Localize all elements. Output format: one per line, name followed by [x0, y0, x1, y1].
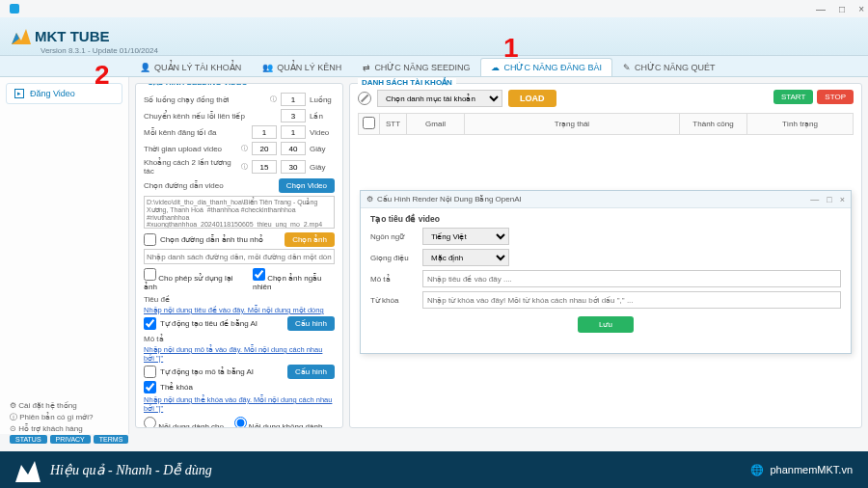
support-link[interactable]: ⊙ Hỗ trợ khách hàng: [10, 424, 128, 433]
info-icon: ⓘ: [241, 144, 248, 153]
version-label: Version 8.3.1 - Update 01/10/2024: [41, 46, 158, 55]
upload-time-min[interactable]: [252, 142, 277, 155]
ai-title-checkbox[interactable]: [144, 317, 156, 330]
main-tabs: 👤QUẢN LÝ TÀI KHOẢN 👥QUẢN LÝ KÊNH ⇄CHỨC N…: [0, 56, 868, 77]
modal-section-title: Tạo tiêu đề video: [370, 214, 841, 224]
tab-scrape[interactable]: ✎CHỨC NĂNG QUÉT: [612, 58, 726, 76]
terms-pill[interactable]: TERMS: [94, 435, 129, 444]
globe-icon: 🌐: [750, 464, 764, 476]
category-select[interactable]: Chọn danh mục tài khoản: [377, 90, 502, 107]
upload-time-max[interactable]: [281, 142, 306, 155]
not-kids-radio[interactable]: [234, 417, 247, 428]
whatsnew-link[interactable]: ⓘ Phiên bản có gì mới?: [10, 412, 128, 422]
random-img-checkbox[interactable]: [253, 268, 265, 281]
reuse-img-checkbox[interactable]: [144, 268, 156, 281]
max-video-max[interactable]: [281, 125, 306, 139]
openai-config-modal: ⚙Cấu Hình Render Nội Dung Bằng OpenAI — …: [360, 190, 852, 354]
retry-input[interactable]: [281, 109, 306, 122]
annotation-2: 2: [95, 60, 110, 91]
annotation-1: 1: [503, 33, 519, 64]
thumb-list-input[interactable]: [144, 249, 335, 264]
max-video-min[interactable]: [252, 125, 277, 139]
footer: Hiệu quả - Nhanh - Dễ dùng 🌐 phanmemMKT.…: [0, 451, 868, 488]
privacy-pill[interactable]: PRIVACY: [50, 435, 91, 444]
forbidden-icon: [358, 92, 371, 105]
app-logo: MKT TUBE: [12, 28, 110, 44]
info-icon: ⓘ: [270, 95, 277, 104]
info-icon: ⓘ: [241, 162, 248, 172]
gap-max[interactable]: [281, 160, 306, 174]
play-icon: ▸: [14, 89, 24, 98]
stop-button[interactable]: STOP: [817, 90, 854, 104]
load-button[interactable]: LOAD: [508, 90, 556, 107]
maximize-button[interactable]: □: [839, 4, 845, 14]
user-icon: 👤: [140, 63, 150, 72]
tone-select[interactable]: Mặc định: [422, 249, 509, 266]
users-icon: 👥: [262, 63, 273, 72]
footer-logo-icon: [15, 457, 41, 482]
threads-input[interactable]: [281, 93, 306, 106]
title-content-link[interactable]: Nhập nội dung tiêu đề vào đây. Mỗi nội d…: [144, 306, 335, 314]
config-panel-title: CẤU HÌNH SEEDING VIDEO: [144, 83, 252, 87]
config-desc-button[interactable]: Cấu hình: [287, 365, 335, 379]
start-button[interactable]: START: [773, 90, 813, 104]
tab-accounts[interactable]: 👤QUẢN LÝ TÀI KHOẢN: [129, 58, 252, 76]
sidebar: ▸ Đăng Video: [0, 77, 129, 434]
footer-site[interactable]: 🌐 phanmemMKT.vn: [750, 464, 853, 476]
app-icon: [10, 4, 19, 14]
language-select[interactable]: Tiếng Việt: [422, 228, 509, 245]
cloud-icon: ☁: [491, 63, 500, 72]
accounts-table: STT Gmail Trạng thái Thành công Tình trạ…: [358, 113, 854, 135]
minimize-button[interactable]: —: [816, 4, 826, 14]
desc-content-link[interactable]: Nhập nội dung mô tả vào đây. Mỗi nội dun…: [144, 345, 335, 363]
modal-maximize-button[interactable]: □: [827, 195, 831, 204]
modal-desc-input[interactable]: [422, 270, 841, 287]
tagline: Hiệu quả - Nhanh - Dễ dùng: [50, 462, 212, 478]
pencil-icon: ✎: [623, 63, 631, 72]
accounts-panel: DANH SÁCH TÀI KHOẢN START STOP Chọn danh…: [349, 83, 862, 428]
select-all-checkbox[interactable]: [363, 117, 375, 129]
settings-link[interactable]: ⚙ Cài đặt hệ thống: [10, 401, 128, 410]
tags-checkbox[interactable]: [144, 381, 156, 393]
bottom-links: ⚙ Cài đặt hệ thống ⓘ Phiên bản có gì mới…: [10, 399, 128, 446]
modal-title: Cấu Hình Render Nội Dung Bằng OpenAI: [377, 195, 522, 203]
modal-keyword-input[interactable]: [422, 291, 841, 309]
logo-icon: [12, 29, 31, 44]
tab-seeding[interactable]: ⇄CHỨC NĂNG SEEDING: [352, 58, 480, 76]
gap-min[interactable]: [252, 160, 277, 174]
close-button[interactable]: ×: [858, 4, 864, 14]
choose-thumb-button[interactable]: Chọn ảnh: [285, 232, 335, 247]
gear-icon: ⚙: [366, 195, 373, 203]
config-title-button[interactable]: Cấu hình: [287, 316, 335, 331]
status-pill[interactable]: STATUS: [10, 435, 47, 444]
tag-content-link[interactable]: Nhập nội dung thẻ khóa vào đây. Mỗi nội …: [144, 395, 335, 413]
video-paths-textarea[interactable]: D:\video\dit_tho_dia_thanh_hoa\Biển Tiên…: [144, 196, 335, 229]
app-name: MKT TUBE: [35, 28, 110, 44]
modal-save-button[interactable]: Lưu: [578, 316, 634, 333]
window-titlebar: — □ ×: [0, 0, 868, 17]
config-panel: CẤU HÌNH SEEDING VIDEO Số luồng chạy đồn…: [135, 83, 343, 428]
choose-video-button[interactable]: Chọn Video: [279, 178, 335, 193]
swap-icon: ⇄: [363, 63, 370, 72]
thumb-checkbox[interactable]: [144, 233, 156, 246]
ai-desc-checkbox[interactable]: [144, 366, 156, 378]
tab-posting[interactable]: ☁CHỨC NĂNG ĐĂNG BÀI: [480, 58, 612, 76]
app-header: MKT TUBE Version 8.3.1 - Update 01/10/20…: [0, 17, 868, 56]
tab-channels[interactable]: 👥QUẢN LÝ KÊNH: [252, 58, 352, 76]
modal-minimize-button[interactable]: —: [810, 195, 819, 204]
kids-radio[interactable]: [144, 417, 156, 428]
accounts-panel-title: DANH SÁCH TÀI KHOẢN: [358, 78, 456, 87]
modal-close-button[interactable]: ×: [840, 195, 845, 204]
